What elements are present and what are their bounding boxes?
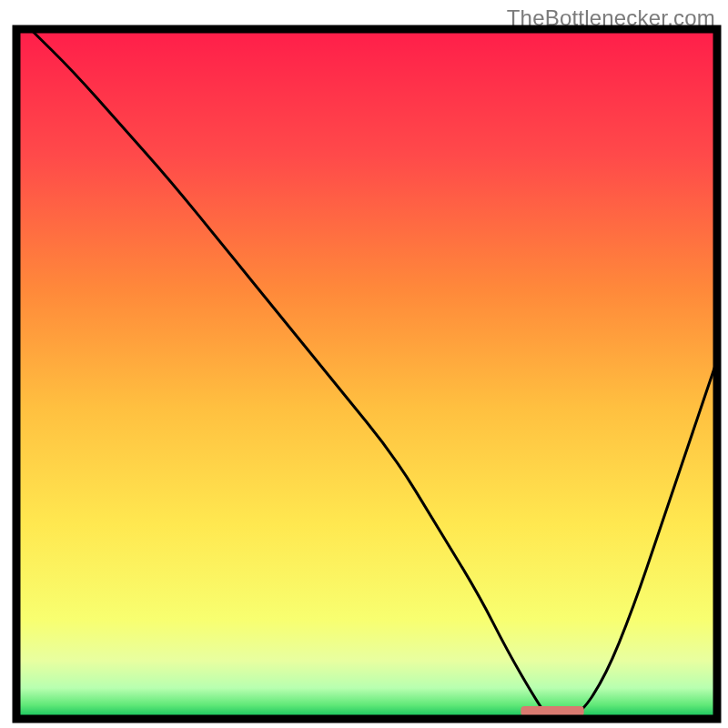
gradient-background <box>20 33 713 715</box>
optimal-range-marker <box>521 706 583 716</box>
bottleneck-chart <box>0 0 728 728</box>
